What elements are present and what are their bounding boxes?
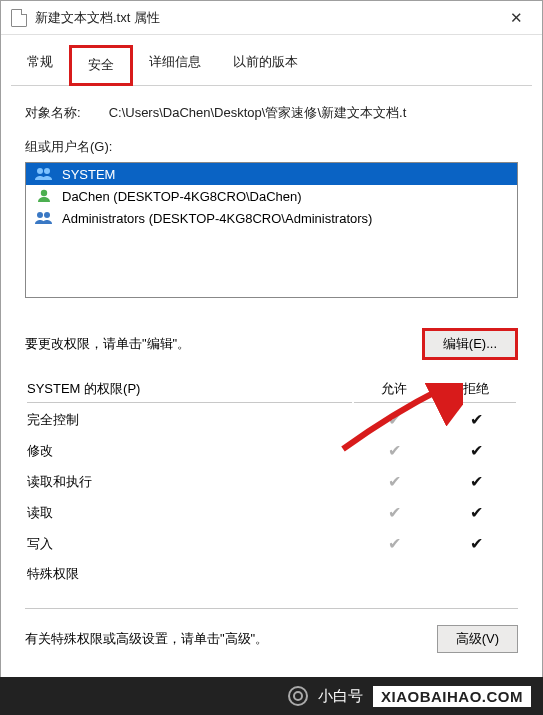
edit-button[interactable]: 编辑(E)...: [422, 328, 518, 360]
check-icon: ✔: [388, 535, 401, 552]
permission-row: 写入✔✔: [27, 529, 516, 558]
check-icon: ✔: [470, 442, 483, 459]
svg-point-4: [44, 212, 50, 218]
check-icon: ✔: [470, 535, 483, 552]
allow-cell: ✔: [354, 467, 434, 496]
tab-security[interactable]: 安全: [69, 45, 133, 86]
permission-name: 特殊权限: [27, 560, 352, 588]
window-title: 新建文本文档.txt 属性: [35, 9, 496, 27]
advanced-hint: 有关特殊权限或高级设置，请单击"高级"。: [25, 630, 268, 648]
check-icon: ✔: [388, 411, 401, 428]
list-item[interactable]: DaChen (DESKTOP-4KG8CRO\DaChen): [26, 185, 517, 207]
deny-cell: ✔: [436, 498, 516, 527]
advanced-button[interactable]: 高级(V): [437, 625, 518, 653]
properties-window: 新建文本文档.txt 属性 ✕ 常规 安全 详细信息 以前的版本 对象名称: C…: [0, 0, 543, 715]
brand-domain: XIAOBAIHAO.COM: [373, 686, 531, 707]
brand-name: 小白号: [318, 687, 363, 706]
groups-label: 组或用户名(G):: [25, 138, 518, 156]
deny-cell: ✔: [436, 405, 516, 434]
permissions-header: SYSTEM 的权限(P): [27, 376, 352, 403]
allow-cell: ✔: [354, 436, 434, 465]
permission-name: 写入: [27, 529, 352, 558]
file-icon: [11, 9, 27, 27]
deny-cell: ✔: [436, 467, 516, 496]
user-name: SYSTEM: [62, 167, 115, 182]
user-icon: [34, 188, 54, 204]
check-icon: ✔: [388, 504, 401, 521]
permissions-table: SYSTEM 的权限(P) 允许 拒绝 完全控制✔✔修改✔✔读取和执行✔✔读取✔…: [25, 374, 518, 590]
user-name: DaChen (DESKTOP-4KG8CRO\DaChen): [62, 189, 302, 204]
permission-row: 修改✔✔: [27, 436, 516, 465]
tab-previous-versions[interactable]: 以前的版本: [217, 45, 314, 86]
allow-cell: ✔: [354, 405, 434, 434]
allow-cell: ✔: [354, 498, 434, 527]
permission-name: 读取和执行: [27, 467, 352, 496]
check-icon: ✔: [470, 504, 483, 521]
permission-row: 读取✔✔: [27, 498, 516, 527]
permission-row: 读取和执行✔✔: [27, 467, 516, 496]
permission-name: 完全控制: [27, 405, 352, 434]
tab-details[interactable]: 详细信息: [133, 45, 217, 86]
user-listbox[interactable]: SYSTEMDaChen (DESKTOP-4KG8CRO\DaChen)Adm…: [25, 162, 518, 298]
check-icon: ✔: [388, 473, 401, 490]
titlebar: 新建文本文档.txt 属性 ✕: [1, 1, 542, 35]
group-icon: [34, 210, 54, 226]
permission-row: 特殊权限: [27, 560, 516, 588]
deny-cell: [436, 560, 516, 588]
allow-cell: [354, 560, 434, 588]
object-name-label: 对象名称:: [25, 104, 81, 122]
group-icon: [34, 166, 54, 182]
security-panel: 对象名称: C:\Users\DaChen\Desktop\管家速修\新建文本文…: [1, 86, 542, 667]
permission-row: 完全控制✔✔: [27, 405, 516, 434]
permission-name: 修改: [27, 436, 352, 465]
edit-hint: 要更改权限，请单击"编辑"。: [25, 335, 190, 353]
user-name: Administrators (DESKTOP-4KG8CRO\Administ…: [62, 211, 372, 226]
tabstrip: 常规 安全 详细信息 以前的版本: [1, 35, 542, 86]
brand-bar: 小白号 XIAOBAIHAO.COM: [0, 677, 543, 715]
svg-point-1: [44, 168, 50, 174]
permission-name: 读取: [27, 498, 352, 527]
allow-cell: ✔: [354, 529, 434, 558]
check-icon: ✔: [470, 411, 483, 428]
allow-header: 允许: [354, 376, 434, 403]
object-name-value: C:\Users\DaChen\Desktop\管家速修\新建文本文档.t: [109, 104, 518, 122]
tab-general[interactable]: 常规: [11, 45, 69, 86]
list-item[interactable]: SYSTEM: [26, 163, 517, 185]
close-icon[interactable]: ✕: [496, 4, 536, 32]
deny-cell: ✔: [436, 529, 516, 558]
svg-point-3: [37, 212, 43, 218]
check-icon: ✔: [388, 442, 401, 459]
deny-cell: ✔: [436, 436, 516, 465]
check-icon: ✔: [470, 473, 483, 490]
list-item[interactable]: Administrators (DESKTOP-4KG8CRO\Administ…: [26, 207, 517, 229]
svg-point-0: [37, 168, 43, 174]
deny-header: 拒绝: [436, 376, 516, 403]
svg-point-2: [41, 190, 47, 196]
brand-logo-icon: [288, 686, 308, 706]
